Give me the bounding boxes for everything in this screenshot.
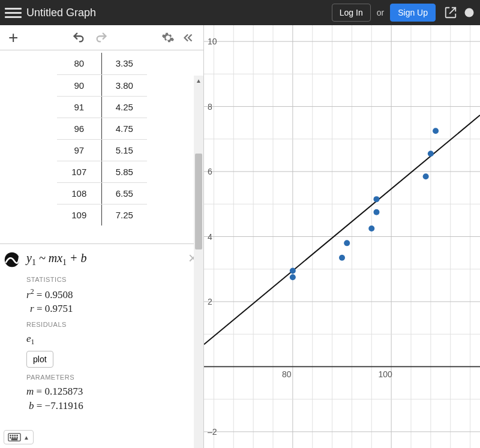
table-row[interactable]: 803.35 (57, 53, 147, 74)
data-point[interactable] (339, 255, 345, 261)
svg-point-0 (465, 8, 474, 17)
residual-var: e1 (26, 332, 195, 347)
expression-toolbar: + (0, 25, 203, 50)
svg-point-6 (17, 435, 17, 436)
y-tick-label: –2 (208, 427, 217, 437)
table-cell-y[interactable]: 3.35 (102, 53, 147, 74)
table-cell-y[interactable]: 5.85 (102, 161, 147, 182)
redo-button[interactable] (90, 28, 113, 48)
regression-icon (4, 251, 20, 268)
table-cell-x[interactable]: 96 (57, 118, 102, 139)
settings-button[interactable] (158, 28, 178, 48)
svg-point-5 (14, 435, 15, 436)
svg-point-8 (13, 437, 13, 438)
residuals-label: RESIDUALS (26, 321, 195, 328)
data-point[interactable] (374, 209, 380, 215)
screenshot-icon[interactable] (463, 7, 475, 19)
table-cell-y[interactable]: 3.80 (102, 74, 147, 96)
data-point[interactable] (428, 151, 434, 157)
svg-rect-11 (11, 439, 17, 440)
parameters-label: PARAMETERS (26, 374, 195, 381)
table-cell-y[interactable]: 7.25 (102, 204, 147, 225)
x-tick-label: 80 (282, 369, 292, 379)
table-cell-x[interactable]: 90 (57, 74, 102, 96)
graph-title[interactable]: Untitled Graph (26, 7, 332, 19)
data-table-block[interactable]: 803.35903.80914.25964.75975.151075.85108… (0, 50, 203, 225)
y-tick-label: 8 (208, 102, 212, 112)
or-text: or (377, 8, 384, 17)
svg-point-9 (14, 437, 15, 438)
y-tick-label: 10 (208, 37, 217, 46)
data-point[interactable] (344, 240, 350, 246)
y-tick-label: 6 (208, 167, 212, 176)
regression-equation[interactable]: y1 ~ mx1 + b (26, 251, 195, 267)
keypad-toggle-button[interactable]: ▲ (4, 430, 34, 444)
data-point[interactable] (423, 173, 429, 179)
table-cell-y[interactable]: 4.75 (102, 118, 147, 139)
table-cell-y[interactable]: 4.25 (102, 96, 147, 118)
signup-button[interactable]: Sign Up (390, 4, 436, 22)
svg-point-10 (17, 437, 17, 438)
table-cell-x[interactable]: 80 (57, 53, 102, 74)
data-point[interactable] (290, 274, 296, 280)
table-row[interactable]: 1075.85 (57, 161, 147, 182)
table-cell-y[interactable]: 6.55 (102, 182, 147, 204)
table-cell-x[interactable]: 109 (57, 204, 102, 225)
plot-residuals-button[interactable]: plot (26, 351, 53, 368)
undo-button[interactable] (67, 28, 90, 48)
add-expression-button[interactable]: + (5, 26, 22, 50)
r-value: r = 0.9751 (26, 302, 195, 316)
regression-expression[interactable]: × y1 ~ mx1 + b STATISTICS r2 = 0.9508 r … (0, 243, 203, 425)
table-row[interactable]: 964.75 (57, 118, 147, 139)
r-squared: r2 = 0.9508 (26, 287, 195, 302)
svg-point-3 (10, 435, 11, 436)
expression-scrollbar[interactable]: ▲ (194, 76, 203, 448)
data-point[interactable] (374, 196, 380, 202)
table-cell-x[interactable]: 91 (57, 96, 102, 118)
graph-canvas[interactable]: –224681080100 (204, 25, 480, 448)
share-icon[interactable] (444, 6, 457, 19)
data-point[interactable] (433, 128, 439, 134)
table-cell-x[interactable]: 107 (57, 161, 102, 182)
table-row[interactable]: 903.80 (57, 74, 147, 96)
param-b: b = −7.11916 (26, 399, 195, 413)
table-cell-x[interactable]: 108 (57, 182, 102, 204)
login-button[interactable]: Log In (332, 4, 371, 22)
stats-label: STATISTICS (26, 276, 195, 283)
table-row[interactable]: 975.15 (57, 139, 147, 161)
y-tick-label: 4 (208, 232, 212, 242)
collapse-panel-button[interactable] (178, 28, 199, 48)
scroll-thumb[interactable] (195, 154, 202, 249)
scroll-up-icon[interactable]: ▲ (194, 76, 203, 85)
table-cell-y[interactable]: 5.15 (102, 139, 147, 161)
table-row[interactable]: 1097.25 (57, 204, 147, 225)
y-tick-label: 2 (208, 297, 212, 306)
param-m: m = 0.125873 (26, 384, 195, 399)
table-cell-x[interactable]: 97 (57, 139, 102, 161)
table-row[interactable]: 914.25 (57, 96, 147, 118)
svg-point-7 (10, 437, 11, 438)
menu-icon[interactable] (5, 4, 22, 21)
table-row[interactable]: 1086.55 (57, 182, 147, 204)
svg-line-42 (204, 115, 480, 344)
data-point[interactable] (368, 225, 374, 231)
x-tick-label: 100 (378, 369, 392, 379)
svg-point-4 (13, 435, 13, 436)
data-point[interactable] (290, 267, 296, 273)
